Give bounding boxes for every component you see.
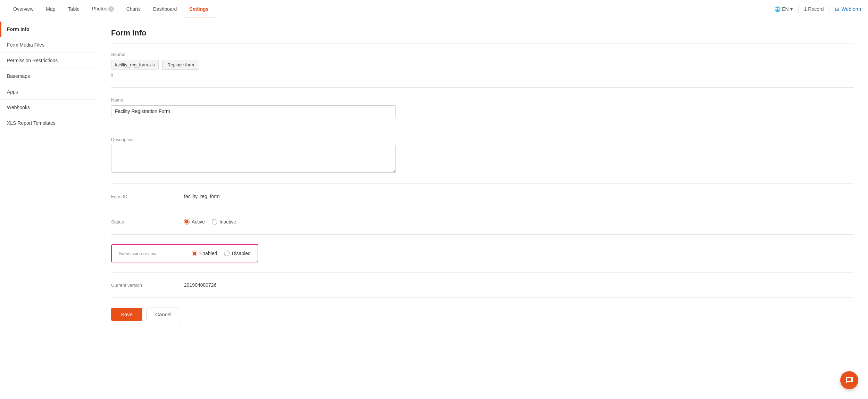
status-radio-group: Active Inactive [184, 219, 236, 225]
form-id-label: Form ID [111, 194, 174, 199]
top-navigation: Overview Map Table Photos? Charts Dashbo… [0, 0, 868, 18]
sidebar-item-label: Basemaps [7, 73, 30, 79]
save-button[interactable]: Save [111, 308, 142, 321]
nav-divider-2 [829, 5, 829, 13]
nav-item-table[interactable]: Table [62, 1, 86, 17]
sidebar-item-label: Permission Restrictions [7, 58, 58, 63]
sidebar-item-label: Webhooks [7, 105, 30, 110]
source-section: Source facility_reg_form.xls Replace for… [111, 52, 854, 88]
submission-review-label: Submission review [119, 251, 181, 256]
status-inactive-radio[interactable] [212, 219, 217, 225]
sidebar-item-form-media-files[interactable]: Form Media Files [0, 37, 97, 53]
description-textarea[interactable] [111, 145, 396, 173]
current-version-label: Current version [111, 283, 174, 288]
nav-item-photos[interactable]: Photos? [86, 0, 120, 18]
main-layout: Form Info Form Media Files Permission Re… [0, 18, 868, 399]
page-title: Form Info [111, 28, 854, 43]
replace-form-button[interactable]: Replace form [162, 60, 199, 70]
sidebar-item-apps[interactable]: Apps [0, 84, 97, 100]
nav-right: 🌐 EN ▾ 1 Record ⊞ Webform [775, 5, 861, 13]
form-id-value: facility_reg_form [184, 194, 220, 199]
nav-item-settings[interactable]: Settings [183, 1, 215, 17]
source-row: facility_reg_form.xls Replace form [111, 60, 854, 70]
photos-badge: ? [108, 6, 114, 12]
description-label: Description [111, 137, 854, 142]
submission-enabled-option[interactable]: Enabled [192, 251, 217, 256]
submission-review-radio-group: Enabled Disabled [192, 251, 251, 256]
sidebar-item-label: Form Info [7, 26, 30, 32]
source-filename: facility_reg_form.xls [111, 60, 159, 70]
chat-bubble-button[interactable] [840, 371, 858, 389]
sidebar: Form Info Form Media Files Permission Re… [0, 18, 97, 399]
name-label: Name [111, 97, 854, 103]
webform-label: Webform [841, 6, 861, 12]
sidebar-item-permission-restrictions[interactable]: Permission Restrictions [0, 53, 97, 68]
status-inactive-option[interactable]: Inactive [212, 219, 236, 225]
form-id-section: Form ID facility_reg_form [111, 194, 854, 209]
nav-divider-1 [798, 5, 799, 13]
lang-label: EN [782, 6, 788, 12]
name-input[interactable] [111, 105, 396, 117]
cancel-button[interactable]: Cancel [147, 308, 180, 321]
name-section: Name [111, 97, 854, 127]
webform-icon: ⊞ [835, 6, 839, 12]
language-selector[interactable]: 🌐 EN ▾ [775, 6, 792, 12]
webform-link[interactable]: ⊞ Webform [835, 6, 861, 12]
description-section: Description [111, 137, 854, 184]
sidebar-item-label: Form Media Files [7, 42, 44, 48]
submission-disabled-radio[interactable] [224, 251, 229, 256]
submission-review-box: Submission review Enabled Disabled [111, 244, 258, 262]
form-id-row: Form ID facility_reg_form [111, 194, 854, 199]
current-version-row: Current version 201904080726 [111, 282, 854, 288]
nav-item-dashboard[interactable]: Dashboard [147, 1, 183, 17]
sidebar-item-label: XLS Report Templates [7, 120, 56, 126]
content-area: Form Info Source facility_reg_form.xls R… [97, 18, 868, 399]
sidebar-item-label: Apps [7, 89, 18, 95]
submission-review-section: Submission review Enabled Disabled [111, 244, 854, 272]
submission-enabled-radio[interactable] [192, 251, 197, 256]
status-inactive-label: Inactive [219, 219, 236, 225]
nav-item-overview[interactable]: Overview [7, 1, 40, 17]
nav-items: Overview Map Table Photos? Charts Dashbo… [7, 0, 775, 18]
chat-icon [845, 376, 853, 384]
chevron-down-icon: ▾ [790, 6, 793, 12]
status-active-option[interactable]: Active [184, 219, 205, 225]
current-version-value: 201904080726 [184, 282, 216, 288]
nav-item-charts[interactable]: Charts [120, 1, 147, 17]
source-label: Source [111, 52, 854, 57]
status-active-radio[interactable] [184, 219, 190, 225]
status-row: Status Active Inactive [111, 219, 854, 225]
status-active-label: Active [192, 219, 205, 225]
status-section: Status Active Inactive [111, 219, 854, 235]
sidebar-item-form-info[interactable]: Form Info [0, 22, 97, 37]
globe-icon: 🌐 [775, 6, 781, 12]
nav-item-map[interactable]: Map [40, 1, 61, 17]
submission-disabled-label: Disabled [232, 251, 250, 256]
sidebar-item-webhooks[interactable]: Webhooks [0, 100, 97, 115]
sidebar-item-xls-report-templates[interactable]: XLS Report Templates [0, 115, 97, 131]
sidebar-item-basemaps[interactable]: Basemaps [0, 68, 97, 84]
action-buttons: Save Cancel [111, 308, 854, 321]
info-icon: ℹ [111, 72, 854, 78]
submission-enabled-label: Enabled [199, 251, 217, 256]
record-count: 1 Record [804, 6, 824, 12]
submission-disabled-option[interactable]: Disabled [224, 251, 250, 256]
current-version-section: Current version 201904080726 [111, 282, 854, 298]
status-label: Status [111, 219, 174, 225]
